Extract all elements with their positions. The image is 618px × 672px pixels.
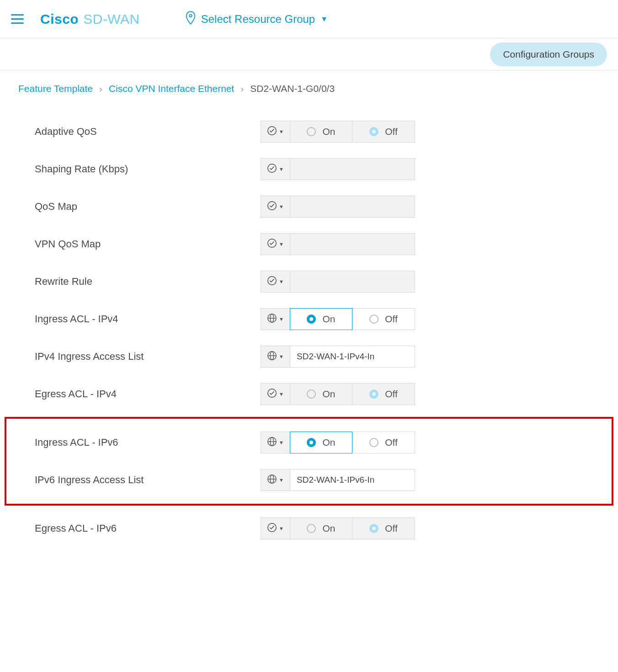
ipv6-ingress-access-list-mode-dropdown[interactable]: ▼ [261,469,290,491]
caret-down-icon: ▼ [279,391,284,397]
adaptive-qos-mode-dropdown[interactable]: ▼ [261,121,290,143]
egress-acl-ipv4-mode-dropdown[interactable]: ▼ [261,383,290,405]
radio-icon [307,127,316,136]
svg-point-0 [189,14,192,17]
egress-acl-ipv6-label: Egress ACL - IPv6 [18,523,261,534]
row-adaptive-qos: Adaptive QoS▼OnOff [18,113,600,150]
off-label: Off [385,523,398,534]
caret-down-icon: ▼ [279,241,284,247]
rewrite-rule-controls: ▼ [261,271,415,293]
caret-down-icon: ▼ [279,526,284,531]
on-label: On [322,389,335,400]
check-circle-icon [267,163,277,176]
location-pin-icon [186,11,196,27]
rewrite-rule-input [290,271,415,293]
ingress-acl-ipv6-label: Ingress ACL - IPv6 [18,437,261,448]
row-rewrite-rule: Rewrite Rule▼ [18,263,600,300]
radio-icon [369,438,378,447]
shaping-rate-label: Shaping Rate (Kbps) [18,163,261,175]
egress-acl-ipv4-label: Egress ACL - IPv4 [18,388,261,400]
caret-down-icon: ▼ [279,204,284,209]
ingress-acl-ipv4-off-option[interactable]: Off [352,308,415,330]
globe-icon [267,474,277,486]
ipv4-ingress-access-list-label: IPv4 Ingress Access List [18,351,261,363]
ingress-acl-ipv6-onoff: OnOff [290,432,415,453]
row-qos-map: QoS Map▼ [18,188,600,225]
breadcrumb-item[interactable]: Cisco VPN Interface Ethernet [109,83,234,94]
row-ingress-acl-ipv4: Ingress ACL - IPv4▼OnOff [18,301,600,337]
ingress-acl-ipv4-mode-dropdown[interactable]: ▼ [261,308,290,330]
caret-down-icon: ▼ [279,354,284,359]
shaping-rate-controls: ▼ [261,158,415,180]
ingress-acl-ipv4-onoff: OnOff [290,308,415,330]
radio-icon [307,524,316,533]
row-shaping-rate: Shaping Rate (Kbps)▼ [18,151,600,187]
globe-icon [267,313,277,325]
brand-cisco: Cisco [40,11,79,27]
row-egress-acl-ipv6: Egress ACL - IPv6▼OnOff [18,510,600,547]
rewrite-rule-label: Rewrite Rule [18,276,261,288]
on-label: On [322,314,335,325]
radio-icon [369,389,378,399]
adaptive-qos-label: Adaptive QoS [18,126,261,138]
qos-map-label: QoS Map [18,201,261,213]
radio-icon [307,389,316,399]
globe-icon [267,437,277,449]
adaptive-qos-onoff: OnOff [290,121,415,143]
on-label: On [322,437,335,448]
off-label: Off [385,126,398,137]
vpn-qos-map-mode-dropdown[interactable]: ▼ [261,233,290,255]
ipv6-ingress-access-list-controls: ▼ [261,469,415,491]
ingress-acl-ipv6-mode-dropdown[interactable]: ▼ [261,432,290,453]
configuration-groups-button[interactable]: Configuration Groups [490,43,607,66]
off-label: Off [385,314,398,325]
row-egress-acl-ipv4: Egress ACL - IPv4▼OnOff [18,376,600,412]
egress-acl-ipv4-controls: ▼OnOff [261,383,415,405]
breadcrumb-item[interactable]: Feature Template [18,83,93,94]
adaptive-qos-on-option: On [290,121,352,143]
ipv4-ingress-access-list-controls: ▼ [261,346,415,368]
ingress-acl-ipv6-on-option[interactable]: On [290,432,352,453]
ingress-acl-ipv4-on-option[interactable]: On [290,308,352,330]
check-circle-icon [267,126,277,138]
row-ipv4-ingress-access-list: IPv4 Ingress Access List▼ [18,338,600,375]
ipv6-ingress-access-list-input[interactable] [290,469,415,491]
egress-acl-ipv6-on-option: On [290,517,352,539]
top-bar: Cisco SD-WAN Select Resource Group ▼ [0,0,618,38]
sub-bar: Configuration Groups [0,38,618,70]
vpn-qos-map-controls: ▼ [261,233,415,255]
breadcrumb-separator-icon: › [99,83,102,94]
adaptive-qos-controls: ▼OnOff [261,121,415,143]
hamburger-menu-button[interactable] [11,11,27,27]
ingress-acl-ipv6-off-option[interactable]: Off [352,432,415,453]
ingress-acl-ipv4-label: Ingress ACL - IPv4 [18,313,261,325]
shaping-rate-mode-dropdown[interactable]: ▼ [261,158,290,180]
caret-down-icon: ▼ [279,477,284,483]
breadcrumb-item: SD2-WAN-1-G0/0/3 [250,83,335,94]
qos-map-mode-dropdown[interactable]: ▼ [261,196,290,218]
resource-group-selector[interactable]: Select Resource Group ▼ [186,11,328,27]
form-area: Adaptive QoS▼OnOffShaping Rate (Kbps)▼Qo… [0,99,618,575]
egress-acl-ipv6-mode-dropdown[interactable]: ▼ [261,517,290,539]
radio-icon [369,315,378,324]
ipv4-ingress-access-list-mode-dropdown[interactable]: ▼ [261,346,290,368]
radio-icon [307,438,316,447]
qos-map-controls: ▼ [261,196,415,218]
check-circle-icon [267,523,277,535]
caret-down-icon: ▼ [279,129,284,134]
rewrite-rule-mode-dropdown[interactable]: ▼ [261,271,290,293]
caret-down-icon: ▼ [279,316,284,322]
radio-icon [369,127,378,136]
shaping-rate-input [290,158,415,180]
brand-logo: Cisco SD-WAN [40,11,140,27]
breadcrumb: Feature Template›Cisco VPN Interface Eth… [0,70,618,99]
check-circle-icon [267,276,277,288]
caret-down-icon: ▼ [320,15,328,23]
check-circle-icon [267,388,277,400]
qos-map-input [290,196,415,218]
egress-acl-ipv4-onoff: OnOff [290,383,415,405]
off-label: Off [385,389,398,400]
ipv4-ingress-access-list-input[interactable] [290,346,415,368]
check-circle-icon [267,201,277,213]
globe-icon [267,351,277,363]
